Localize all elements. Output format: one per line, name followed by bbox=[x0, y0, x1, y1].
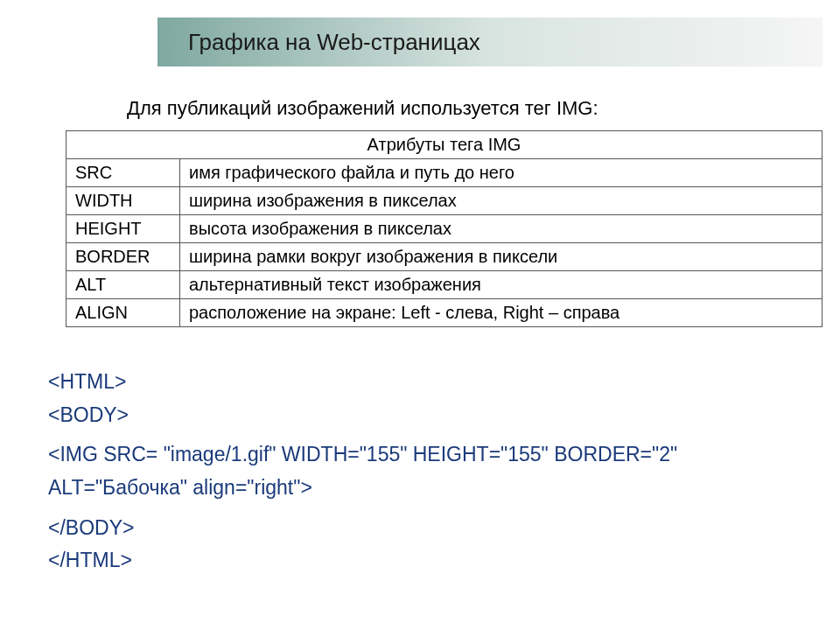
attr-desc: высота изображения в пикселах bbox=[180, 215, 822, 243]
attr-name: WIDTH bbox=[66, 187, 180, 215]
attributes-table-container: Атрибуты тега IMG SRC имя графического ф… bbox=[66, 130, 822, 327]
code-block: <HTML> <BODY> <IMG SRC= "image/1.gif" WI… bbox=[48, 367, 840, 577]
page-title-bar: Графика на Web-страницах bbox=[158, 18, 822, 66]
attr-desc: ширина рамки вокруг изображения в пиксел… bbox=[180, 243, 822, 271]
attr-desc: ширина изображения в пикселах bbox=[180, 187, 822, 215]
table-row: HEIGHT высота изображения в пикселах bbox=[66, 215, 822, 243]
attr-desc: альтернативный текст изображения bbox=[180, 271, 822, 299]
page-title: Графика на Web-страницах bbox=[188, 29, 480, 56]
table-row: BORDER ширина рамки вокруг изображения в… bbox=[66, 243, 822, 271]
attr-name: SRC bbox=[66, 159, 180, 187]
attr-name: BORDER bbox=[66, 243, 180, 271]
table-header: Атрибуты тега IMG bbox=[66, 131, 822, 159]
code-line: </BODY> bbox=[48, 513, 840, 544]
attr-desc: расположение на экране: Left - слева, Ri… bbox=[180, 299, 822, 327]
attr-desc: имя графического файла и путь до него bbox=[180, 159, 822, 187]
attr-name: ALIGN bbox=[66, 299, 180, 327]
intro-text: Для публикаций изображений используется … bbox=[127, 97, 840, 120]
code-line: ALT="Бабочка" align="right"> bbox=[48, 472, 840, 504]
table-row: SRC имя графического файла и путь до нег… bbox=[66, 159, 822, 187]
attr-name: ALT bbox=[66, 271, 180, 299]
table-row: WIDTH ширина изображения в пикселах bbox=[66, 187, 822, 215]
table-header-row: Атрибуты тега IMG bbox=[66, 131, 822, 159]
table-row: ALT альтернативный текст изображения bbox=[66, 271, 822, 299]
code-line: <HTML> bbox=[48, 367, 840, 398]
attr-name: HEIGHT bbox=[66, 215, 180, 243]
code-line: <IMG SRC= "image/1.gif" WIDTH="155" HEIG… bbox=[48, 439, 840, 471]
table-row: ALIGN расположение на экране: Left - сле… bbox=[66, 299, 822, 327]
attributes-table: Атрибуты тега IMG SRC имя графического ф… bbox=[66, 130, 822, 327]
code-line: <BODY> bbox=[48, 400, 840, 431]
code-line: </HTML> bbox=[48, 545, 840, 577]
